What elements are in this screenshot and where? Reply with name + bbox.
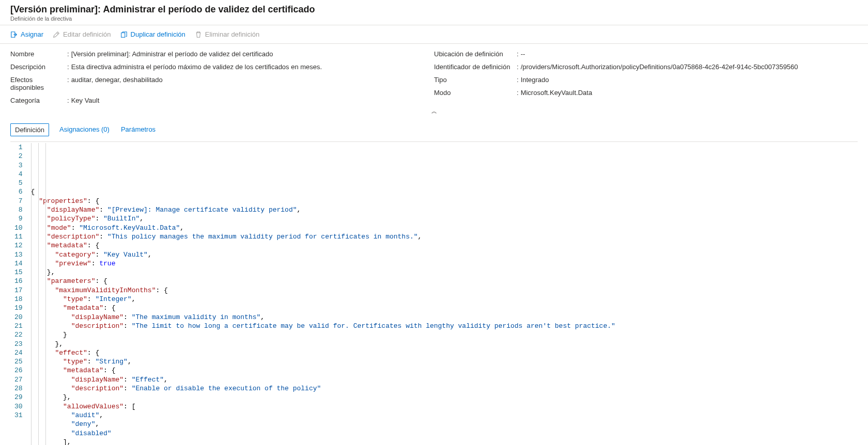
page-title: [Versión preliminar]: Administrar el per… [10, 4, 858, 15]
command-bar: Asignar Editar definición Duplicar defin… [0, 25, 868, 44]
description-label: Descripción [10, 63, 67, 71]
name-value: [Versión preliminar]: Administrar el per… [71, 50, 273, 58]
json-editor[interactable]: 1234567891011121314151617181920212223242… [10, 143, 858, 445]
line-number-gutter: 1234567891011121314151617181920212223242… [10, 143, 31, 445]
svg-rect-0 [121, 33, 125, 37]
name-label: Nombre [10, 50, 67, 58]
copy-icon [120, 31, 128, 38]
edit-label: Editar definición [63, 30, 111, 38]
page-subtitle: Definición de la directiva [10, 15, 858, 22]
essentials-panel: Nombre : [Versión preliminar]: Administr… [0, 44, 868, 106]
tab-bar: Definición Asignaciones (0) Parámetros [0, 122, 868, 136]
mode-value: Microsoft.KeyVault.Data [521, 89, 592, 97]
edit-definition-button: Editar definición [53, 30, 111, 38]
code-area[interactable]: { "properties": { "displayName": "[Previ… [31, 143, 858, 445]
type-label: Tipo [434, 76, 517, 84]
effects-value: auditar, denegar, deshabilitado [71, 76, 163, 84]
pencil-icon [53, 31, 60, 38]
location-label: Ubicación de definición [434, 50, 517, 58]
mode-label: Modo [434, 89, 517, 97]
location-value: -- [521, 50, 525, 58]
category-label: Categoría [10, 97, 67, 104]
effects-label: Efectos disponibles [10, 76, 67, 91]
delete-label: Eliminar definición [205, 30, 260, 38]
trash-icon [195, 31, 202, 38]
collapse-chevron-icon[interactable]: ︽ [0, 106, 868, 118]
defid-label: Identificador de definición [434, 63, 517, 71]
editor-separator [10, 141, 858, 142]
tab-definition[interactable]: Definición [10, 123, 49, 136]
tab-assignments[interactable]: Asignaciones (0) [58, 122, 111, 136]
delete-definition-button: Eliminar definición [195, 30, 260, 38]
assign-label: Asignar [21, 30, 43, 38]
description-value: Esta directiva administra el período máx… [71, 63, 322, 71]
type-value: Integrado [521, 76, 549, 84]
duplicate-label: Duplicar definición [131, 30, 185, 38]
assign-button[interactable]: Asignar [10, 30, 43, 38]
duplicate-definition-button[interactable]: Duplicar definición [120, 30, 185, 38]
assign-icon [10, 31, 18, 38]
tab-parameters[interactable]: Parámetros [120, 122, 157, 136]
defid-value: /providers/Microsoft.Authorization/polic… [521, 63, 798, 71]
category-value: Key Vault [71, 97, 100, 104]
